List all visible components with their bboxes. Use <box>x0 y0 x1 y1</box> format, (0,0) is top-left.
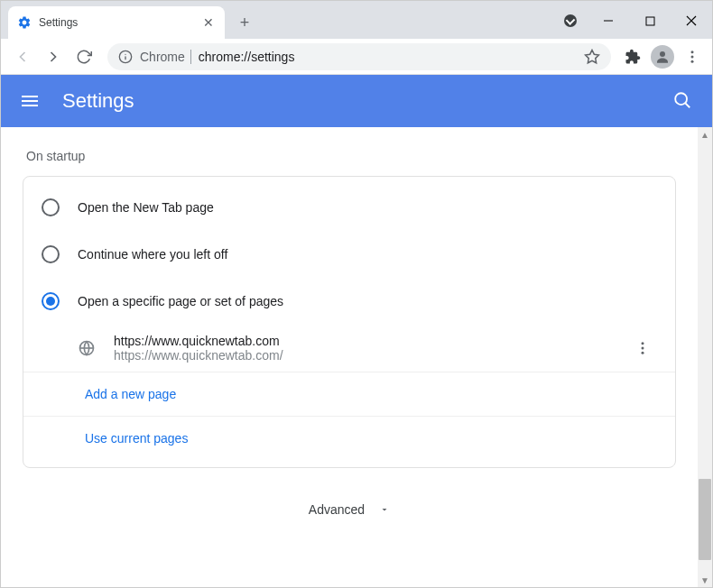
advanced-label: Advanced <box>309 502 365 517</box>
omnibox[interactable]: Chrome chrome://settings <box>107 43 611 70</box>
settings-header: Settings <box>1 75 712 127</box>
chrome-info-icon <box>118 50 133 64</box>
settings-content: On startup Open the New Tab page Continu… <box>1 127 698 587</box>
close-window-button[interactable] <box>671 6 712 35</box>
svg-point-21 <box>642 352 644 354</box>
chevron-down-icon <box>379 504 390 515</box>
scroll-thumb[interactable] <box>699 479 711 560</box>
startup-card: Open the New Tab page Continue where you… <box>23 176 676 468</box>
profile-avatar[interactable] <box>651 45 674 69</box>
radio-label: Open the New Tab page <box>78 200 214 215</box>
address-bar: Chrome chrome://settings <box>1 39 712 75</box>
more-options-icon[interactable] <box>632 337 653 359</box>
tab-close-icon[interactable]: ✕ <box>201 15 216 30</box>
svg-point-15 <box>675 93 687 105</box>
section-title: On startup <box>26 149 676 163</box>
window-controls <box>564 6 712 35</box>
omnibox-origin: Chrome <box>140 50 185 64</box>
svg-point-10 <box>691 55 694 58</box>
svg-point-9 <box>691 51 694 53</box>
back-button[interactable] <box>8 42 37 71</box>
svg-point-11 <box>691 60 694 62</box>
radio-new-tab[interactable]: Open the New Tab page <box>23 184 675 231</box>
minimize-button[interactable] <box>588 6 629 35</box>
bookmark-star-icon[interactable] <box>584 49 600 65</box>
titlebar: Settings ✕ + <box>1 1 712 39</box>
browser-tab[interactable]: Settings ✕ <box>8 6 225 39</box>
startup-page-title: https://www.quicknewtab.com <box>114 334 632 348</box>
svg-rect-14 <box>22 105 38 106</box>
svg-rect-1 <box>646 17 654 25</box>
svg-point-19 <box>642 342 644 345</box>
settings-gear-icon <box>17 15 32 30</box>
page-info: https://www.quicknewtab.com https://www.… <box>114 334 632 363</box>
radio-icon-selected <box>42 292 60 310</box>
use-current-link[interactable]: Use current pages <box>23 416 675 460</box>
svg-point-20 <box>642 347 644 350</box>
omnibox-url: chrome://settings <box>199 50 295 64</box>
svg-point-8 <box>660 51 665 57</box>
svg-rect-12 <box>22 96 38 97</box>
radio-icon <box>42 198 60 216</box>
advanced-section: Advanced <box>23 468 676 542</box>
svg-marker-7 <box>586 50 599 62</box>
radio-label: Continue where you left off <box>78 247 227 262</box>
radio-continue[interactable]: Continue where you left off <box>23 231 675 278</box>
hamburger-menu-icon[interactable] <box>19 90 41 112</box>
svg-rect-13 <box>22 100 38 102</box>
page-title: Settings <box>62 89 672 113</box>
radio-label: Open a specific page or set of pages <box>78 294 283 308</box>
add-page-link[interactable]: Add a new page <box>23 372 675 416</box>
startup-page-entry: https://www.quicknewtab.com https://www.… <box>23 325 675 372</box>
svg-line-16 <box>685 103 690 107</box>
new-tab-button[interactable]: + <box>232 10 257 35</box>
extensions-icon[interactable] <box>620 44 645 69</box>
radio-specific-pages[interactable]: Open a specific page or set of pages <box>23 278 675 325</box>
reload-button[interactable] <box>69 42 98 71</box>
tab-title: Settings <box>39 16 201 29</box>
advanced-toggle[interactable]: Advanced <box>296 495 403 524</box>
forward-button[interactable] <box>39 42 68 71</box>
omnibox-divider <box>190 50 191 64</box>
radio-icon <box>42 245 60 263</box>
scroll-down-icon[interactable]: ▼ <box>698 573 712 587</box>
update-indicator-icon[interactable] <box>564 14 577 27</box>
chrome-menu-icon[interactable] <box>680 44 705 69</box>
scrollbar[interactable]: ▲ ▼ <box>698 127 712 587</box>
search-icon[interactable] <box>672 90 694 112</box>
scroll-up-icon[interactable]: ▲ <box>698 127 712 142</box>
globe-icon <box>78 339 96 357</box>
startup-page-url: https://www.quicknewtab.com/ <box>114 348 632 363</box>
maximize-button[interactable] <box>629 6 671 35</box>
content-area: On startup Open the New Tab page Continu… <box>1 127 712 587</box>
